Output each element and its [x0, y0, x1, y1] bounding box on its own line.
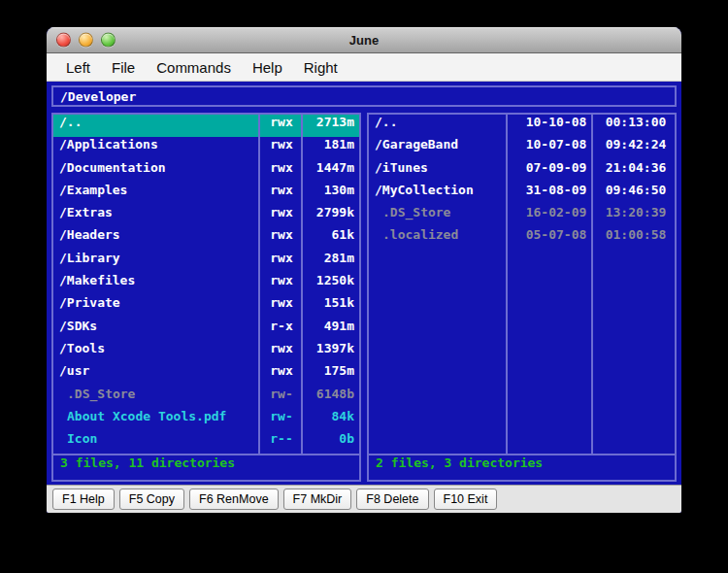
right-pane-status: 2 files, 3 directories	[369, 454, 675, 480]
f10-exit-button[interactable]: F10 Exit	[434, 489, 498, 510]
file-name-cell: /Applications	[53, 137, 261, 159]
table-row[interactable]: About Xcode Tools.pdfrw-84k	[53, 409, 359, 431]
file-name-cell: /Extras	[53, 205, 261, 227]
window-controls	[56, 33, 116, 48]
table-row[interactable]: /Extrasrwx2799k	[53, 205, 359, 227]
size-cell: 175m	[302, 363, 359, 386]
size-cell: 84k	[302, 409, 359, 431]
size-cell: 2713m	[302, 115, 359, 137]
table-row[interactable]: /Makefilesrwx1250k	[53, 273, 359, 295]
table-row[interactable]: /Privaterwx151k	[53, 295, 359, 318]
permissions-cell: rwx	[261, 137, 302, 159]
file-name-cell: /..	[369, 115, 515, 137]
size-cell: 1250k	[302, 273, 359, 295]
file-name-cell: /Headers	[53, 227, 261, 250]
table-row[interactable]: .DS_Storerw-6148b	[53, 387, 359, 409]
size-cell: 1447m	[302, 160, 359, 183]
table-row[interactable]: .DS_Store16-02-0913:20:39	[369, 205, 675, 227]
size-cell: 0b	[302, 431, 359, 454]
table-row[interactable]: /Applicationsrwx181m	[53, 137, 359, 159]
permissions-cell: rwx	[261, 341, 302, 363]
size-cell: 491m	[302, 319, 359, 341]
size-cell: 6148b	[302, 387, 359, 409]
file-name-cell: /Tools	[53, 341, 261, 363]
file-name-cell: /SDKs	[53, 319, 261, 341]
table-row[interactable]: /..rwx2713m	[53, 115, 359, 137]
file-name-cell: /Documentation	[53, 160, 261, 183]
date-cell: 31-08-09	[515, 183, 597, 205]
date-cell: 10-10-08	[515, 115, 597, 137]
zoom-button[interactable]	[101, 33, 116, 48]
table-row[interactable]: /Examplesrwx130m	[53, 183, 359, 205]
size-cell: 281m	[302, 251, 359, 273]
path-bar[interactable]: /Developer	[51, 85, 677, 107]
column-separator	[506, 115, 508, 454]
table-row[interactable]: /GarageBand10-07-0809:42:24	[369, 137, 675, 159]
file-name-cell: /iTunes	[369, 160, 515, 183]
menu-bar: LeftFileCommandsHelpRight	[47, 53, 681, 82]
permissions-cell: rwx	[261, 183, 302, 205]
column-separator	[258, 115, 260, 454]
f1-help-button[interactable]: F1 Help	[52, 489, 115, 510]
table-row[interactable]: Iconr--0b	[53, 431, 359, 454]
file-name-cell: /usr	[53, 363, 261, 386]
size-cell: 2799k	[302, 205, 359, 227]
left-file-table: /..rwx2713m/Applicationsrwx181m/Document…	[53, 115, 359, 454]
file-name-cell: /..	[53, 115, 261, 137]
permissions-cell: rwx	[261, 160, 302, 183]
permissions-cell: rwx	[261, 295, 302, 318]
size-cell: 181m	[302, 137, 359, 159]
file-name-cell: /MyCollection	[369, 183, 515, 205]
menu-item-help[interactable]: Help	[242, 59, 293, 76]
size-cell: 130m	[302, 183, 359, 205]
title-bar[interactable]: June	[47, 27, 681, 53]
table-row[interactable]: /Libraryrwx281m	[53, 251, 359, 273]
close-button[interactable]	[56, 33, 71, 48]
file-name-cell: About Xcode Tools.pdf	[53, 409, 261, 431]
table-row[interactable]: /iTunes07-09-0921:04:36	[369, 160, 675, 183]
file-name-cell: /Private	[53, 295, 261, 318]
menu-item-file[interactable]: File	[101, 59, 146, 76]
function-key-bar: F1 HelpF5 CopyF6 RenMoveF7 MkDirF8 Delet…	[47, 485, 681, 513]
right-pane: /..10-10-0800:13:00/GarageBand10-07-0809…	[367, 113, 677, 482]
file-name-cell: .DS_Store	[53, 387, 261, 409]
menu-item-left[interactable]: Left	[55, 59, 101, 76]
minimize-button[interactable]	[79, 33, 93, 48]
file-name-cell: .DS_Store	[369, 205, 515, 227]
f6-renmove-button[interactable]: F6 RenMove	[189, 489, 279, 510]
file-name-cell: /GarageBand	[369, 137, 515, 159]
table-row[interactable]: /..10-10-0800:13:00	[369, 115, 675, 137]
permissions-cell: r--	[261, 431, 302, 454]
permissions-cell: rwx	[261, 227, 302, 250]
time-cell: 13:20:39	[597, 205, 675, 227]
f7-mkdir-button[interactable]: F7 MkDir	[283, 489, 352, 510]
menu-item-commands[interactable]: Commands	[146, 59, 242, 76]
permissions-cell: rwx	[261, 251, 302, 273]
menu-item-right[interactable]: Right	[293, 59, 348, 76]
file-manager-window: June LeftFileCommandsHelpRight /Develope…	[47, 27, 681, 513]
file-name-cell: /Examples	[53, 183, 261, 205]
permissions-cell: rwx	[261, 205, 302, 227]
permissions-cell: rwx	[261, 115, 302, 137]
f5-copy-button[interactable]: F5 Copy	[119, 489, 184, 510]
date-cell: 07-09-09	[515, 160, 597, 183]
column-separator	[301, 115, 303, 454]
table-row[interactable]: /MyCollection31-08-0909:46:50	[369, 183, 675, 205]
f8-delete-button[interactable]: F8 Delete	[356, 489, 428, 510]
right-file-table: /..10-10-0800:13:00/GarageBand10-07-0809…	[369, 115, 675, 454]
table-row[interactable]: /Headersrwx61k	[53, 227, 359, 250]
time-cell: 01:00:58	[597, 227, 675, 250]
table-row[interactable]: /usrrwx175m	[53, 363, 359, 386]
table-row[interactable]: /Toolsrwx1397k	[53, 341, 359, 363]
time-cell: 09:46:50	[597, 183, 675, 205]
file-name-cell: /Makefiles	[53, 273, 261, 295]
column-separator	[591, 115, 593, 454]
content-area: /Developer /..rwx2713m/Applicationsrwx18…	[47, 82, 681, 485]
table-row[interactable]: .localized05-07-0801:00:58	[369, 227, 675, 250]
table-row[interactable]: /SDKsr-x491m	[53, 319, 359, 341]
size-cell: 151k	[302, 295, 359, 318]
permissions-cell: rwx	[261, 273, 302, 295]
window-title: June	[349, 33, 379, 48]
size-cell: 1397k	[302, 341, 359, 363]
table-row[interactable]: /Documentationrwx1447m	[53, 160, 359, 183]
